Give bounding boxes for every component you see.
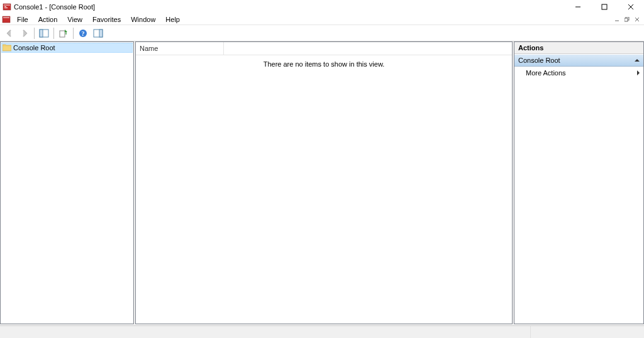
chevron-right-icon — [637, 70, 640, 75]
collapse-up-icon — [635, 59, 640, 62]
show-hide-action-pane-button[interactable] — [91, 26, 105, 40]
mdi-minimize-button[interactable] — [613, 15, 621, 24]
toolbar: ? — [0, 25, 644, 41]
svg-rect-16 — [40, 30, 43, 37]
svg-rect-9 — [3, 17, 9, 18]
column-header-name[interactable]: Name — [136, 42, 224, 55]
export-list-button[interactable] — [57, 26, 70, 40]
menubar: File Action View Favorites Window Help — [0, 14, 644, 25]
mdi-app-icon — [2, 15, 11, 24]
status-segment — [0, 326, 531, 338]
svg-rect-3 — [4, 8, 8, 8]
mdi-restore-button[interactable] — [623, 15, 631, 24]
mdi-close-button[interactable] — [633, 15, 641, 24]
back-button[interactable] — [3, 26, 16, 40]
status-segment — [531, 326, 644, 338]
app-icon — [3, 3, 11, 11]
menu-favorites[interactable]: Favorites — [87, 14, 126, 25]
svg-rect-17 — [60, 31, 65, 37]
toolbar-separator — [34, 28, 35, 39]
svg-rect-2 — [4, 6, 6, 7]
close-button[interactable] — [618, 0, 644, 13]
actions-group-label: Console Root — [518, 57, 560, 64]
content-area: Console Root Name There are no items to … — [0, 41, 644, 325]
svg-rect-12 — [625, 18, 628, 21]
statusbar — [0, 325, 644, 338]
column-header-blank[interactable] — [224, 42, 512, 55]
svg-rect-1 — [4, 4, 10, 6]
folder-icon — [3, 44, 11, 52]
tree-pane[interactable]: Console Root — [0, 41, 134, 324]
list-header: Name — [136, 42, 512, 55]
menu-file[interactable]: File — [12, 14, 33, 25]
maximize-button[interactable] — [591, 0, 618, 13]
toolbar-separator — [73, 28, 74, 39]
menu-help[interactable]: Help — [160, 14, 185, 25]
list-pane[interactable]: Name There are no items to show in this … — [135, 41, 513, 324]
list-body: There are no items to show in this view. — [136, 55, 512, 324]
minimize-button[interactable] — [565, 0, 591, 13]
svg-rect-21 — [99, 30, 103, 37]
show-hide-console-tree-button[interactable] — [37, 26, 51, 40]
tree-item-label: Console Root — [13, 44, 55, 52]
actions-more-actions[interactable]: More Actions — [514, 67, 643, 79]
empty-list-message: There are no items to show in this view. — [264, 60, 385, 324]
actions-pane-header: Actions — [514, 42, 643, 54]
mdi-controls — [613, 15, 644, 24]
svg-text:?: ? — [82, 30, 85, 37]
menu-window[interactable]: Window — [126, 14, 160, 25]
menu-action[interactable]: Action — [33, 14, 63, 25]
forward-button[interactable] — [18, 26, 31, 40]
window-title: Console1 - [Console Root] — [14, 3, 95, 11]
window-controls — [565, 0, 644, 13]
actions-group-header[interactable]: Console Root — [514, 54, 643, 67]
help-button[interactable]: ? — [76, 26, 90, 40]
svg-rect-5 — [602, 4, 607, 9]
toolbar-separator — [53, 28, 54, 39]
actions-pane: Actions Console Root More Actions — [514, 41, 644, 324]
actions-item-label: More Actions — [526, 69, 566, 77]
menu-view[interactable]: View — [62, 14, 87, 25]
titlebar: Console1 - [Console Root] — [0, 0, 644, 14]
tree-item-console-root[interactable]: Console Root — [1, 43, 133, 53]
